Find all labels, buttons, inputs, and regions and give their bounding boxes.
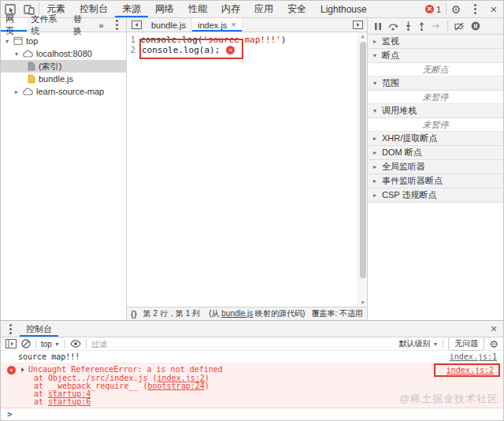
tree-row-learn-source-map[interactable]: ▸ learn-source-map (1, 85, 126, 98)
code-text: console.log( (140, 35, 202, 45)
section-dom-breakpoints[interactable]: ▸ DOM 断点 (368, 146, 503, 160)
filter-input[interactable] (91, 340, 395, 348)
inline-error-icon[interactable]: ✕ (226, 46, 235, 54)
section-label: 事件监听器断点 (382, 175, 443, 187)
step-over-icon[interactable] (388, 22, 398, 31)
tree-row-top[interactable]: ▾ top (1, 35, 126, 47)
navigator-pane: 网页 文件系统 替换 » ▾ top ▾ (1, 18, 127, 320)
tab-console-drawer[interactable]: 控制台 (20, 321, 58, 337)
section-xhr-breakpoints[interactable]: ▸ XHR/提取断点 (368, 132, 503, 146)
close-devtools-icon[interactable]: × (484, 1, 503, 17)
code-text: ) (281, 35, 287, 45)
close-drawer-icon[interactable]: × (484, 321, 503, 337)
step-out-icon[interactable] (418, 21, 425, 31)
divider (447, 20, 448, 32)
log-level-selector[interactable]: 默认级别 ▼ (398, 338, 438, 349)
editor-tabbar: bundle.js index.js × (127, 18, 367, 32)
tab-application[interactable]: 应用 (247, 1, 280, 17)
error-count-badge[interactable]: ✕ 1 (421, 1, 446, 17)
mapped-source-link[interactable]: bundle.js (221, 309, 253, 318)
hide-navigator-icon[interactable] (127, 18, 146, 32)
live-expression-eye-icon[interactable] (70, 340, 81, 348)
scroll-down-icon[interactable]: ▼ (358, 300, 367, 306)
clear-console-icon[interactable] (21, 339, 31, 348)
section-global-listeners[interactable]: ▸ 全局监听器 (368, 160, 503, 174)
section-label: CSP 违规断点 (382, 189, 436, 201)
pretty-print-icon[interactable]: {} (131, 310, 137, 319)
tree-label: learn-source-map (36, 87, 104, 96)
chevron-down-icon[interactable]: ▾ (13, 50, 20, 58)
context-selector[interactable]: top ▼ (41, 340, 60, 348)
editor-tab-index[interactable]: index.js × (192, 18, 243, 32)
call-stack-empty-text: 未暂停 (368, 118, 503, 132)
log-source-link[interactable]: index.js:1 (450, 352, 497, 361)
code-editor[interactable]: 1 console.log('source map!!!') 2 console… (127, 32, 367, 320)
divider (443, 339, 443, 348)
hide-debugger-icon[interactable] (348, 18, 367, 32)
breakpoints-empty-text: 无断点 (368, 63, 503, 76)
navigator-tabbar: 网页 文件系统 替换 » (1, 18, 126, 32)
console-drawer: 控制台 × top ▼ 默认级别 ▼ 无问题 ⚙ (1, 320, 503, 421)
cloud-icon (23, 88, 33, 96)
deactivate-breakpoints-icon[interactable] (454, 22, 465, 31)
error-source-link[interactable]: index.js:2 (447, 366, 494, 374)
pause-script-icon[interactable] (374, 22, 382, 31)
editor-scrollbar[interactable]: ▲ ▼ (358, 32, 367, 307)
step-icon[interactable] (432, 22, 441, 30)
stack-source-link[interactable]: bootstrap:24 (148, 382, 205, 390)
navigator-more-menu-icon[interactable] (109, 18, 126, 32)
section-breakpoints[interactable]: ▾ 断点 (368, 49, 503, 63)
chevron-right-icon[interactable]: ▸ (13, 88, 20, 95)
console-settings-gear-icon[interactable]: ⚙ (489, 338, 498, 350)
issues-button[interactable]: 无问题 (448, 337, 484, 351)
log-level-label: 默认级别 (398, 338, 430, 349)
close-tab-icon[interactable]: × (231, 20, 235, 29)
file-tree: ▾ top ▾ localhost:8080 (1, 32, 126, 320)
step-into-icon[interactable] (405, 21, 412, 31)
tab-network[interactable]: 网络 (148, 1, 181, 17)
tab-label: bundle.js (151, 20, 186, 30)
tab-page[interactable]: 网页 (1, 18, 27, 32)
section-watch[interactable]: ▸ 监视 (368, 35, 503, 49)
line-number: 1 (127, 35, 138, 45)
section-scope[interactable]: ▾ 范围 (368, 76, 503, 91)
tab-security[interactable]: 安全 (280, 1, 313, 17)
tree-row-bundle[interactable]: bundle.js (1, 73, 126, 85)
chevron-down-icon[interactable]: ▾ (4, 38, 10, 45)
drawer-more-menu-icon[interactable] (1, 321, 20, 337)
context-label: top (41, 340, 52, 348)
tab-performance[interactable]: 性能 (181, 1, 214, 17)
debugger-toolbar (368, 18, 503, 35)
section-call-stack[interactable]: ▾ 调用堆栈 (368, 104, 503, 118)
stack-source-link[interactable]: startup:6 (48, 397, 91, 406)
section-event-listener-breakpoints[interactable]: ▸ 事件监听器断点 (368, 174, 503, 188)
console-messages: source map!!! index.js:1 ✕ Uncaught Refe… (1, 351, 503, 421)
scrollbar-thumb[interactable] (360, 42, 366, 278)
editor-tab-bundle[interactable]: bundle.js (146, 18, 192, 32)
console-toolbar: top ▼ 默认级别 ▼ 无问题 ⚙ (1, 337, 503, 351)
tab-filesystem[interactable]: 文件系统 (27, 18, 69, 32)
more-options-icon[interactable] (465, 1, 484, 17)
tab-lighthouse[interactable]: Lighthouse (313, 1, 374, 17)
tab-memory[interactable]: 内存 (214, 1, 247, 17)
chevron-right-icon: ▸ (372, 163, 378, 170)
tree-row-localhost[interactable]: ▾ localhost:8080 (1, 47, 126, 60)
error-badge-count: 1 (436, 5, 441, 14)
section-label: 监视 (382, 35, 399, 47)
section-csp-breakpoints[interactable]: ▸ CSP 违规断点 (368, 188, 503, 203)
console-tabbar: 控制台 × (1, 321, 503, 337)
console-sidebar-icon[interactable] (6, 339, 17, 348)
more-tabs-icon[interactable]: » (94, 18, 108, 32)
expand-error-icon[interactable] (21, 367, 24, 372)
divider (86, 339, 87, 348)
tree-row-index[interactable]: (索引) (1, 60, 126, 73)
code-string: 'source map!!!' (202, 35, 280, 45)
console-prompt-row[interactable]: > (1, 408, 503, 421)
settings-gear-icon[interactable]: ⚙ (447, 1, 465, 17)
pause-on-exceptions-icon[interactable] (471, 21, 480, 31)
tab-sources[interactable]: 来源 (115, 1, 148, 17)
tab-overrides[interactable]: 替换 (69, 18, 94, 32)
section-label: 调用堆栈 (382, 105, 417, 117)
scroll-up-icon[interactable]: ▲ (358, 33, 367, 39)
divider (65, 339, 65, 348)
